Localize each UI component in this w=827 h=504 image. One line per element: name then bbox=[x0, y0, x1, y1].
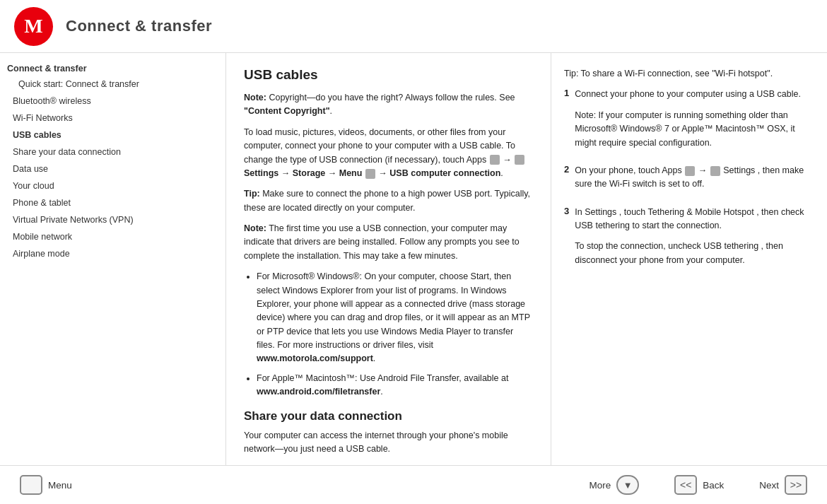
bullet1: For Microsoft® Windows®: On your compute… bbox=[257, 270, 533, 366]
menu-grid-icon bbox=[20, 475, 42, 495]
next-button[interactable]: Next >> bbox=[752, 472, 814, 498]
content-bullets: For Microsoft® Windows®: On your compute… bbox=[257, 270, 533, 399]
header: M Connect & transfer bbox=[0, 0, 827, 53]
step1: 1 Connect your phone to your computer us… bbox=[564, 88, 814, 157]
content-tip1: Tip: Make sure to connect the phone to a… bbox=[244, 187, 533, 215]
step2-text: On your phone, touch Apps → Settings , t… bbox=[575, 164, 814, 192]
menu-button[interactable]: Menu bbox=[13, 472, 79, 498]
sidebar-item-phone-tablet[interactable]: Phone & tablet bbox=[7, 194, 218, 211]
header-title: Connect & transfer bbox=[66, 17, 212, 35]
sidebar-item-airplane[interactable]: Airplane mode bbox=[7, 245, 218, 262]
sidebar-item-usb[interactable]: USB cables bbox=[7, 127, 218, 143]
motorola-logo: M bbox=[14, 7, 53, 46]
back-button[interactable]: << Back bbox=[667, 472, 731, 498]
step3: 3 In Settings , touch Tethering & Mobile… bbox=[564, 206, 814, 275]
right-panel: Tip: To share a Wi-Fi connection, see "W… bbox=[551, 53, 827, 465]
right-tip-label: Tip: bbox=[564, 69, 578, 78]
step2-number: 2 bbox=[564, 164, 569, 199]
right-tip: Tip: To share a Wi-Fi connection, see "W… bbox=[564, 67, 814, 81]
sidebar-item-quickstart[interactable]: Quick start: Connect & transfer bbox=[7, 76, 218, 93]
next-label: Next bbox=[759, 480, 779, 491]
tip1-label: Tip: bbox=[244, 189, 260, 199]
step1-text: Connect your phone to your computer usin… bbox=[575, 88, 814, 101]
bullet2: For Apple™ Macintosh™: Use Android File … bbox=[257, 372, 533, 399]
sidebar: Connect & transfer Quick start: Connect … bbox=[0, 53, 226, 465]
next-arrow-icon: >> bbox=[785, 475, 807, 495]
step3-number: 3 bbox=[564, 206, 569, 275]
content-note2: Note: The first time you use a USB conne… bbox=[244, 222, 533, 263]
settings-icon bbox=[515, 155, 524, 165]
content-para1: To load music, pictures, videos, documen… bbox=[244, 126, 533, 181]
section2-para: Your computer can access the internet th… bbox=[244, 429, 533, 457]
menu-label: Menu bbox=[48, 480, 72, 491]
content-title: USB cables bbox=[244, 67, 533, 83]
apps-icon-2 bbox=[685, 166, 695, 176]
logo-letter: M bbox=[24, 15, 42, 37]
settings-icon-2 bbox=[710, 166, 720, 176]
section2-title: Share your data connection bbox=[244, 409, 533, 423]
note1-link: "Content Copyright" bbox=[244, 106, 330, 116]
footer: Menu More ▼ << Back Next >> bbox=[0, 465, 827, 504]
content-note1: Note: Copyright—do you have the right? A… bbox=[244, 91, 533, 119]
back-label: Back bbox=[703, 480, 724, 491]
sidebar-item-wifi[interactable]: Wi-Fi Networks bbox=[7, 110, 218, 127]
main-layout: Connect & transfer Quick start: Connect … bbox=[0, 53, 827, 465]
step2: 2 On your phone, touch Apps → Settings ,… bbox=[564, 164, 814, 199]
step1-note: Note: If your computer is running someth… bbox=[575, 109, 814, 150]
sidebar-item-bluetooth[interactable]: Bluetooth® wireless bbox=[7, 93, 218, 110]
more-button[interactable]: More ▼ bbox=[582, 472, 646, 498]
more-label: More bbox=[589, 480, 611, 491]
sidebar-item-data-use[interactable]: Data use bbox=[7, 160, 218, 177]
note1-label: Note: bbox=[244, 93, 266, 102]
step1-number: 1 bbox=[564, 88, 569, 157]
footer-right: More ▼ << Back Next >> bbox=[582, 472, 814, 498]
step3-para: To stop the connection, uncheck USB teth… bbox=[575, 240, 814, 267]
sidebar-item-vpn[interactable]: Virtual Private Networks (VPN) bbox=[7, 211, 218, 228]
more-icon: ▼ bbox=[616, 475, 639, 495]
step3-text: In Settings , touch Tethering & Mobile H… bbox=[575, 206, 814, 233]
note2-label: Note: bbox=[244, 223, 266, 233]
apps-icon bbox=[490, 155, 500, 165]
sidebar-section-title: Connect & transfer bbox=[7, 64, 218, 74]
sidebar-item-mobile-network[interactable]: Mobile network bbox=[7, 228, 218, 245]
sidebar-item-share[interactable]: Share your data connection bbox=[7, 143, 218, 160]
menu-icon bbox=[365, 169, 375, 179]
main-content: USB cables Note: Copyright—do you have t… bbox=[226, 53, 551, 465]
back-arrow-icon: << bbox=[674, 475, 697, 495]
sidebar-item-cloud[interactable]: Your cloud bbox=[7, 177, 218, 194]
